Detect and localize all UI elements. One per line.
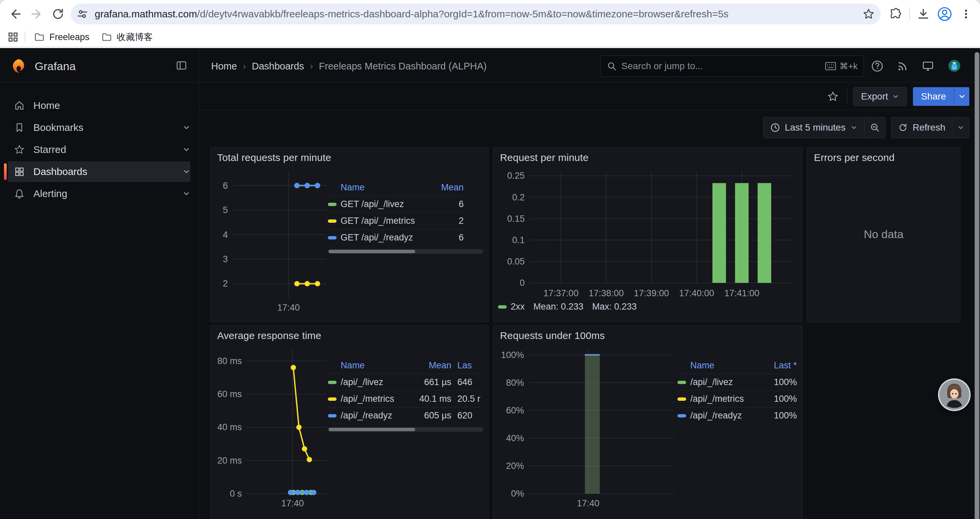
legend-row[interactable]: /api/_/metrics 100% [678, 390, 797, 407]
svg-text:17:40: 17:40 [277, 303, 300, 313]
legend-hscrollbar[interactable] [328, 427, 483, 432]
help-icon[interactable] [868, 57, 886, 75]
breadcrumb-home[interactable]: Home [211, 61, 237, 72]
folder-icon [102, 32, 112, 42]
legend-row[interactable]: /api/_/readyz 100% [678, 407, 797, 424]
sidebar-item-bookmarks[interactable]: Bookmarks [8, 117, 191, 138]
bookmark-folder-blogs[interactable]: 收藏博客 [95, 29, 159, 45]
panel-header[interactable]: Errors per second [807, 147, 960, 164]
breadcrumb-dashboards[interactable]: Dashboards [252, 61, 304, 72]
app-header: Grafana Home › Dashboards › Freeleaps Me… [0, 50, 980, 83]
download-icon[interactable] [913, 3, 934, 25]
apps-grid-icon[interactable] [4, 29, 22, 45]
svg-text:0 s: 0 s [230, 489, 242, 498]
chevron-down-icon [850, 124, 858, 131]
legend-col-mean[interactable]: Mean [408, 360, 451, 371]
legend-col-name[interactable]: Name [690, 360, 757, 371]
bookmarks-bar: Freeleaps 收藏博客 [0, 28, 980, 48]
legend-row[interactable]: /api/_/livez 661 µs 646 [328, 374, 483, 390]
profile-icon[interactable] [934, 3, 955, 25]
svg-text:17:37:00: 17:37:00 [543, 288, 578, 298]
legend-row[interactable]: GET /api/_/livez 6 [328, 196, 464, 212]
bookmarks-divider [25, 31, 25, 43]
bookmark-label: 收藏博客 [117, 31, 153, 43]
legend-col-name[interactable]: Name [340, 182, 427, 193]
user-avatar[interactable] [944, 56, 965, 76]
toolbar-divider [909, 7, 910, 21]
svg-text:40%: 40% [506, 433, 524, 443]
kiosk-monitor-icon[interactable] [919, 57, 937, 75]
chevron-down-icon[interactable] [183, 190, 191, 198]
bookmark-star-icon[interactable] [862, 8, 875, 20]
page-scrollbar[interactable] [975, 52, 979, 519]
svg-text:40 ms: 40 ms [217, 422, 242, 432]
legend-inline[interactable]: 2xx Mean: 0.233 Max: 0.233 [493, 302, 802, 312]
panel-header[interactable]: Average response time [210, 325, 488, 343]
timeseries-chart: 2345617:40 [216, 164, 328, 313]
extensions-icon[interactable] [885, 3, 907, 25]
rss-icon[interactable] [893, 57, 912, 75]
panel-header[interactable]: Request per minute [493, 147, 802, 164]
favorite-star-icon[interactable] [825, 88, 841, 105]
bookmark-folder-freeleaps[interactable]: Freeleaps [28, 29, 95, 45]
svg-text:60%: 60% [506, 406, 524, 415]
zoom-out-button[interactable] [865, 117, 885, 138]
refresh-label: Refresh [913, 122, 945, 133]
legend-col-name[interactable]: Name [340, 360, 408, 371]
browser-toolbar: grafana.mathmast.com/d/deytv4rwavabkb/fr… [0, 0, 980, 28]
legend-row[interactable]: /api/_/readyz 605 µs 620 [328, 407, 483, 424]
mega-menu-toggle-icon[interactable] [176, 60, 187, 72]
legend-col-last[interactable]: Las [451, 360, 483, 371]
refresh-button[interactable]: Refresh [891, 117, 952, 138]
sidebar-item-dashboards[interactable]: Dashboards [8, 161, 191, 182]
svg-text:80%: 80% [506, 378, 524, 388]
svg-text:17:39:00: 17:39:00 [634, 288, 669, 298]
floating-assistant-avatar[interactable] [938, 378, 970, 411]
sidebar-item-alerting[interactable]: Alerting [8, 184, 191, 204]
legend-hscrollbar[interactable] [328, 249, 483, 254]
svg-text:3: 3 [223, 254, 228, 264]
chevron-down-icon[interactable] [183, 145, 191, 153]
legend-row[interactable]: /api/_/metrics 40.1 ms 20.5 r [328, 390, 483, 407]
refresh-icon [898, 123, 908, 133]
forward-icon[interactable] [26, 3, 48, 25]
reload-icon[interactable] [48, 3, 69, 25]
star-icon [14, 144, 25, 155]
refresh-group: Refresh [891, 117, 969, 138]
legend-row[interactable]: GET /api/_/metrics 2 [328, 212, 464, 229]
sidebar-item-home[interactable]: Home [8, 95, 191, 116]
panel-title: Request per minute [500, 152, 589, 163]
chevron-down-icon[interactable] [183, 124, 191, 132]
panel-title: Total requests per minute [217, 152, 331, 163]
active-indicator [4, 163, 7, 180]
panel-header[interactable]: Requests under 100ms [493, 325, 802, 343]
legend-col-last[interactable]: Last * [757, 360, 797, 371]
svg-text:0.2: 0.2 [512, 192, 525, 203]
chevron-down-icon [957, 124, 964, 131]
share-button[interactable]: Share [913, 87, 954, 106]
legend-row[interactable]: GET /api/_/readyz 6 [328, 229, 464, 246]
area-chart: 0%20%40%60%80%100%17:40 [499, 343, 678, 509]
panel-requests-under-100ms: Requests under 100ms 0%20%40%60%80%100%1… [493, 325, 803, 519]
menu-kebab-icon[interactable] [955, 3, 977, 25]
sidebar-item-starred[interactable]: Starred [8, 139, 191, 160]
share-menu-chevron[interactable] [954, 87, 969, 106]
legend-row[interactable]: /api/_/livez 100% [678, 374, 797, 390]
search-box[interactable]: ⌘+k [600, 56, 864, 77]
breadcrumb-separator: › [243, 61, 246, 72]
grafana-logo-icon[interactable] [11, 58, 26, 74]
search-input[interactable] [621, 61, 820, 72]
url-bar[interactable]: grafana.mathmast.com/d/deytv4rwavabkb/fr… [71, 4, 881, 24]
refresh-interval-chevron[interactable] [952, 117, 969, 138]
home-icon [14, 100, 25, 111]
chevron-down-icon[interactable] [183, 168, 191, 176]
time-range-picker[interactable]: Last 5 minutes [764, 117, 864, 138]
panel-average-response-time: Average response time 0 s20 ms40 ms60 ms… [210, 325, 488, 519]
site-settings-icon[interactable] [77, 8, 88, 20]
brand: Grafana [0, 58, 199, 74]
legend-col-mean[interactable]: Mean [427, 182, 464, 193]
export-button[interactable]: Export [853, 87, 907, 106]
panel-header[interactable]: Total requests per minute [210, 147, 488, 164]
back-icon[interactable] [5, 3, 26, 25]
breadcrumb-current: Freeleaps Metrics Dashboard (ALPHA) [319, 61, 487, 72]
